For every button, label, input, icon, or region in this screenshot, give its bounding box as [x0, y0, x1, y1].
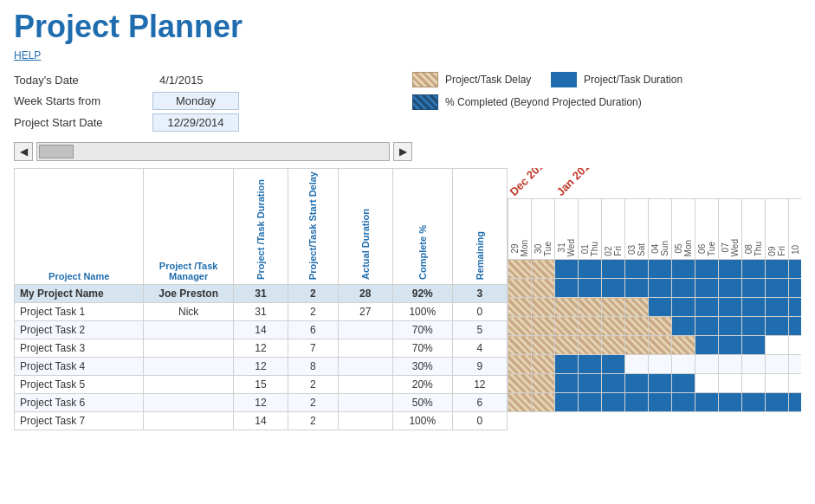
gantt-row	[508, 298, 802, 317]
table-row: Project Task 7 14 2 100% 0	[15, 412, 508, 430]
cell-complete: 92%	[392, 285, 452, 303]
gantt-cell	[742, 393, 766, 412]
gantt-cell	[766, 355, 789, 374]
page-title: Project Planner	[14, 9, 801, 45]
gantt-date-header: 08Thu	[742, 199, 766, 260]
gantt-cell	[532, 374, 555, 393]
th-delay: Project/Task Start Delay	[288, 169, 338, 285]
th-actual: Actual Duration	[338, 169, 392, 285]
gantt-cell	[508, 260, 532, 279]
top-section: Today's Date 4/1/2015 Week Starts from M…	[14, 72, 801, 135]
cell-complete: 70%	[392, 339, 452, 358]
cell-complete: 70%	[392, 321, 452, 339]
gantt-cell	[719, 317, 742, 336]
cell-duration: 14	[233, 412, 288, 430]
gantt-cell	[742, 260, 766, 279]
help-link[interactable]: HELP	[14, 49, 41, 61]
week-starts-label: Week Starts from	[14, 94, 152, 107]
cell-delay: 7	[288, 339, 338, 358]
scroll-right-button[interactable]: ▶	[393, 142, 412, 161]
gantt-cell	[579, 374, 602, 393]
gantt-date-header: 03Sat	[625, 199, 649, 260]
gantt-cell	[766, 393, 789, 412]
cell-manager	[144, 394, 233, 412]
legend-delay-row: Project/Task Delay Project/Task Duration	[412, 72, 682, 87]
project-start-row: Project Start Date 12/29/2014	[14, 113, 326, 132]
gantt-cell	[672, 317, 695, 336]
gantt-cell	[649, 393, 672, 412]
cell-complete: 100%	[392, 412, 452, 430]
gantt-cell	[508, 279, 532, 298]
legend-section: Project/Task Delay Project/Task Duration…	[412, 72, 682, 110]
gantt-cell	[789, 260, 802, 279]
cell-manager	[144, 358, 233, 376]
gantt-cell	[602, 393, 625, 412]
gantt-cell	[789, 374, 802, 393]
th-duration: Project /Task Duration	[233, 169, 288, 285]
gantt-row	[508, 317, 802, 336]
cell-duration: 15	[233, 376, 288, 394]
gantt-date-header: 30Tue	[532, 199, 555, 260]
gantt-cell	[579, 317, 602, 336]
cell-actual: 27	[338, 303, 392, 321]
cell-delay: 2	[288, 394, 338, 412]
gantt-cell	[555, 393, 579, 412]
gantt-cell	[789, 355, 802, 374]
gantt-tbody	[508, 260, 802, 412]
scroll-left-button[interactable]: ◀	[14, 142, 33, 161]
gantt-cell	[532, 393, 555, 412]
table-row: Project Task 2 14 6 70% 5	[15, 321, 508, 339]
gantt-cell	[672, 279, 695, 298]
gantt-date-header: 01Thu	[579, 199, 602, 260]
gantt-cell	[719, 374, 742, 393]
project-tbody: My Project Name Joe Preston 31 2 28 92% …	[15, 285, 508, 430]
gantt-cell	[742, 336, 766, 355]
gantt-cell	[672, 355, 695, 374]
cell-manager	[144, 339, 233, 358]
todays-date-label: Today's Date	[14, 74, 152, 87]
gantt-cell	[555, 260, 579, 279]
gantt-cell	[695, 317, 719, 336]
gantt-cell	[602, 336, 625, 355]
cell-delay: 2	[288, 376, 338, 394]
th-complete: Complete %	[392, 169, 452, 285]
gantt-cell	[555, 336, 579, 355]
gantt-date-header: 04Sun	[649, 199, 672, 260]
cell-actual	[338, 376, 392, 394]
gantt-cell	[649, 317, 672, 336]
scroll-track[interactable]	[36, 142, 390, 161]
gantt-cell	[719, 336, 742, 355]
legend-duration-label: Project/Task Duration	[584, 74, 682, 86]
gantt-date-header: 09Fri	[766, 199, 789, 260]
gantt-cell	[602, 279, 625, 298]
gantt-cell	[579, 279, 602, 298]
gantt-cell	[625, 374, 649, 393]
week-starts-value[interactable]: Monday	[152, 92, 239, 110]
cell-delay: 8	[288, 358, 338, 376]
week-starts-row: Week Starts from Monday	[14, 92, 326, 110]
project-table: Project Name Project /Task Manager Proje…	[14, 168, 508, 430]
cell-duration: 12	[233, 339, 288, 358]
table-row: Project Task 1 Nick 31 2 27 100% 0	[15, 303, 508, 321]
cell-complete: 100%	[392, 303, 452, 321]
gantt-cell	[789, 336, 802, 355]
gantt-cell	[742, 355, 766, 374]
cell-actual	[338, 321, 392, 339]
gantt-cell	[742, 374, 766, 393]
gantt-cell	[532, 298, 555, 317]
gantt-cell	[719, 279, 742, 298]
month-label-area: Dec 2014Jan 2015	[508, 168, 801, 198]
gantt-cell	[649, 260, 672, 279]
project-start-value[interactable]: 12/29/2014	[152, 113, 239, 132]
gantt-cell	[508, 298, 532, 317]
gantt-cell	[508, 393, 532, 412]
gantt-cell	[625, 336, 649, 355]
scroll-thumb[interactable]	[39, 145, 74, 158]
gantt-cell	[579, 298, 602, 317]
gantt-cell	[672, 393, 695, 412]
gantt-cell	[789, 298, 802, 317]
legend-duration-icon	[551, 72, 577, 87]
cell-actual	[338, 358, 392, 376]
gantt-cell	[602, 355, 625, 374]
gantt-cell	[508, 336, 532, 355]
